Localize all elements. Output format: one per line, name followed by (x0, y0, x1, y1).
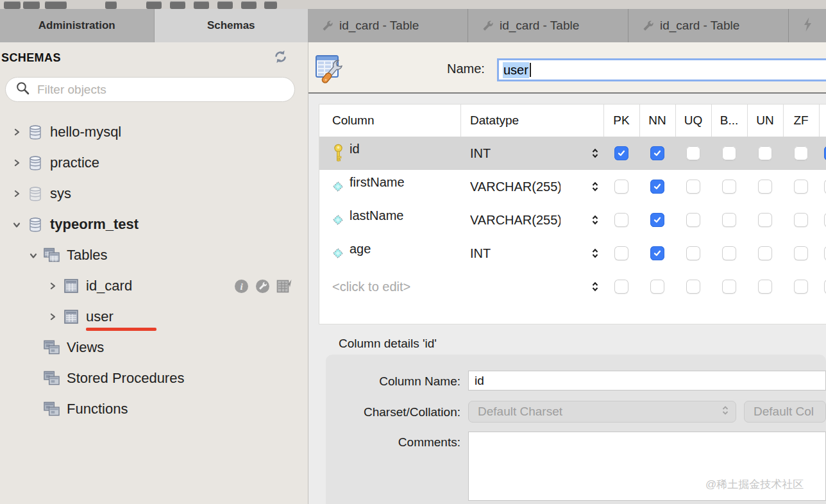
checkbox-b[interactable] (722, 246, 736, 260)
checkbox-zf[interactable] (794, 180, 808, 194)
tree-item-label: Tables (67, 247, 108, 264)
checkbox-un[interactable] (758, 180, 772, 194)
column-header-datatype: Datatype (460, 105, 603, 137)
checkbox-uq[interactable] (686, 280, 700, 294)
diamond-icon (332, 180, 344, 193)
datatype-stepper[interactable] (587, 181, 603, 192)
cell-column-name[interactable]: age (319, 246, 460, 261)
flag-cell-partial (819, 280, 826, 294)
toolbar-button-icon[interactable] (241, 1, 257, 9)
sidebar-item-functions[interactable]: Functions (0, 394, 308, 424)
editor-tab-overflow[interactable] (789, 9, 826, 42)
grid-row-firstName[interactable]: firstNameVARCHAR(255) (319, 170, 826, 203)
refresh-schemas-button[interactable] (272, 51, 289, 65)
editor-tab-2[interactable]: id_card - Table (628, 9, 789, 42)
filter-objects-input[interactable] (37, 83, 294, 97)
collation-dropdown-value: Default Col (754, 405, 814, 419)
grid-row-age[interactable]: ageINT (319, 237, 826, 270)
sidebar-item-sys[interactable]: sys (0, 178, 308, 209)
checkbox-un[interactable] (758, 213, 772, 227)
datatype-stepper[interactable] (587, 281, 603, 292)
grid-row-id[interactable]: idINT (319, 137, 826, 170)
toolbar-button-icon[interactable] (170, 1, 185, 9)
cell-datatype[interactable]: INT (460, 246, 587, 261)
datatype-stepper[interactable] (587, 248, 603, 259)
chevron-down-icon[interactable] (12, 219, 22, 230)
sidebar-item-practice[interactable]: practice (0, 147, 308, 178)
toolbar-button-icon[interactable] (23, 1, 40, 9)
edit-table-icon[interactable] (276, 279, 292, 294)
cell-datatype[interactable]: VARCHAR(255) (460, 179, 587, 194)
checkbox-zf[interactable] (794, 246, 808, 260)
sidebar-item-stored-procedures[interactable]: Stored Procedures (0, 363, 308, 394)
cell-column-name[interactable]: <click to edit> (319, 280, 460, 294)
table-wrench-icon (315, 53, 343, 87)
chevron-right-icon[interactable] (12, 189, 22, 199)
sidebar-item-id-card[interactable]: id_cardi (0, 271, 308, 301)
sidebar-item-views[interactable]: Views (0, 332, 308, 363)
checkbox-pk[interactable] (614, 146, 628, 160)
checkbox-pk[interactable] (614, 213, 628, 227)
chevron-right-icon[interactable] (12, 127, 22, 137)
editor-tab-0[interactable]: id_card - Table (308, 9, 468, 42)
collation-dropdown[interactable]: Default Col (744, 401, 826, 423)
checkbox-zf[interactable] (794, 146, 808, 160)
cell-column-name[interactable]: firstName (319, 180, 460, 194)
sidebar-item-typeorm-test[interactable]: typeorm_test (0, 209, 308, 240)
checkbox-un[interactable] (758, 280, 772, 294)
toolbar-button-icon[interactable] (146, 1, 162, 9)
datatype-stepper[interactable] (587, 147, 603, 159)
checkbox-b[interactable] (722, 146, 736, 160)
toolbar-button-icon[interactable] (105, 1, 117, 9)
checkbox-uq[interactable] (686, 246, 700, 260)
toolbar-button-icon[interactable] (194, 1, 209, 9)
grid-row-lastName[interactable]: lastNameVARCHAR(255) (319, 203, 826, 237)
checkbox-pk[interactable] (614, 280, 628, 294)
checkbox-b[interactable] (722, 280, 736, 294)
cell-column-name[interactable]: lastName (319, 213, 460, 228)
datatype-stepper[interactable] (587, 214, 603, 226)
toolbar-button-icon[interactable] (264, 1, 277, 9)
checkbox-uq[interactable] (686, 146, 700, 160)
checkbox-un[interactable] (758, 146, 772, 160)
wrench-icon (322, 20, 333, 31)
checkbox-uq[interactable] (686, 213, 700, 227)
sidebar-item-hello-mysql[interactable]: hello-mysql (0, 117, 308, 147)
wrench-icon[interactable] (255, 279, 270, 294)
cell-datatype[interactable]: INT (460, 146, 587, 161)
grid-row-new[interactable]: <click to edit> (319, 270, 826, 303)
table-name-input[interactable]: user (497, 58, 826, 81)
checkbox-zf[interactable] (794, 280, 808, 294)
info-icon[interactable]: i (234, 279, 249, 294)
checkbox-pk[interactable] (614, 180, 628, 194)
cell-datatype[interactable]: VARCHAR(255) (460, 212, 587, 228)
sidebar-tab-schemas[interactable]: Schemas (155, 9, 308, 42)
column-header-uq: UQ (675, 105, 711, 137)
checkbox-b[interactable] (722, 180, 736, 194)
checkbox-nn[interactable] (650, 146, 664, 160)
editor-tab-1[interactable]: id_card - Table (468, 9, 628, 42)
checkbox-uq[interactable] (686, 180, 700, 194)
checkbox-nn[interactable] (650, 213, 664, 227)
toolbar-button-icon[interactable] (45, 1, 67, 9)
checkbox-b[interactable] (722, 213, 736, 227)
checkbox-nn[interactable] (650, 180, 664, 194)
chevron-right-icon[interactable] (47, 312, 58, 322)
chevron-right-icon[interactable] (47, 281, 58, 291)
checkbox-pk[interactable] (614, 246, 628, 260)
sidebar-tab-administration[interactable]: Administration (0, 9, 155, 42)
chevron-down-icon[interactable] (28, 250, 38, 260)
toolbar-button-icon[interactable] (4, 1, 21, 9)
checkbox-nn[interactable] (650, 246, 664, 260)
sidebar-item-user[interactable]: user (0, 301, 308, 332)
checkbox-zf[interactable] (794, 213, 808, 227)
checkbox-un[interactable] (758, 246, 772, 260)
charset-dropdown[interactable]: Default Charset (468, 401, 736, 423)
checkbox-nn[interactable] (650, 280, 664, 294)
toolbar-button-icon[interactable] (217, 1, 233, 9)
cell-datatype[interactable] (460, 280, 587, 294)
cell-column-name[interactable]: id (319, 144, 460, 163)
sidebar-item-tables[interactable]: Tables (0, 240, 308, 271)
chevron-right-icon[interactable] (12, 158, 22, 168)
column-name-input[interactable] (468, 371, 826, 391)
